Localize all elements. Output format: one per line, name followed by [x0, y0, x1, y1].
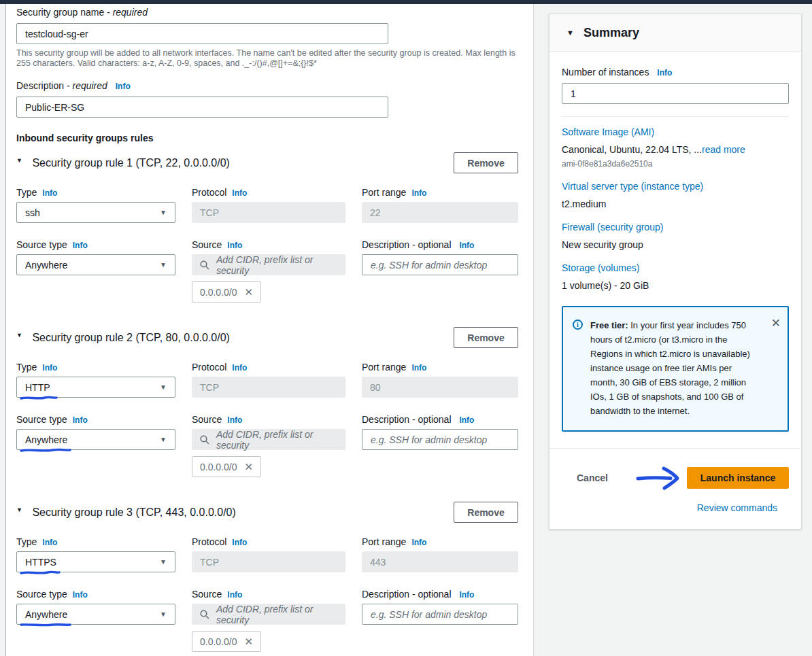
type-label: TypeInfo — [16, 187, 175, 198]
type-info-link[interactable]: Info — [42, 538, 57, 547]
rule-2-description-input[interactable]: e.g. SSH for admin desktop — [362, 429, 518, 450]
remove-cidr-icon[interactable]: ✕ — [245, 636, 254, 648]
chevron-down-icon: ▼ — [160, 209, 167, 216]
rule-2-source-type-select[interactable]: Anywhere ▼ — [16, 429, 175, 450]
launch-instance-button[interactable]: Launch instance — [687, 467, 789, 489]
source-type-label: Source typeInfo — [16, 414, 175, 425]
collapse-caret-icon[interactable]: ▼ — [16, 332, 22, 339]
rule-3-title[interactable]: ▼ Security group rule 3 (TCP, 443, 0.0.0… — [16, 506, 236, 519]
close-icon[interactable]: ✕ — [764, 318, 781, 418]
rule-3-description-input[interactable]: e.g. SSH for admin desktop — [362, 604, 518, 625]
source-type-info-link[interactable]: Info — [73, 241, 88, 250]
rule-1-source-type-select[interactable]: Anywhere ▼ — [16, 254, 175, 275]
port-range-info-link[interactable]: Info — [411, 363, 426, 373]
rule-2-source-type-value: Anywhere — [25, 434, 67, 445]
free-tier-text: Free tier: In your first year includes 7… — [590, 318, 764, 418]
firewall-link[interactable]: Firewall (security group) — [562, 222, 789, 232]
description-label-text: Description — [16, 80, 64, 91]
collapse-caret-icon[interactable]: ▼ — [566, 29, 574, 37]
instance-type-link[interactable]: Virtual server type (instance type) — [562, 181, 789, 192]
rule-3-port-field: 443 — [362, 551, 518, 572]
protocol-label: ProtocolInfo — [192, 362, 345, 373]
rule-1-description-input[interactable]: e.g. SSH for admin desktop — [362, 254, 518, 275]
rule-1-type-select[interactable]: ssh ▼ — [16, 202, 175, 223]
source-type-info-link[interactable]: Info — [73, 415, 88, 425]
remove-cidr-icon[interactable]: ✕ — [245, 286, 254, 298]
collapse-caret-icon[interactable]: ▼ — [16, 506, 22, 513]
security-group-name-input[interactable] — [16, 23, 388, 44]
info-icon: i — [573, 318, 590, 418]
source-label: SourceInfo — [192, 589, 345, 600]
type-info-link[interactable]: Info — [42, 188, 57, 198]
source-info-link[interactable]: Info — [227, 415, 242, 425]
port-range-label: Port rangeInfo — [362, 362, 518, 373]
rule-1-title-text: Security group rule 1 (TCP, 22, 0.0.0.0/… — [32, 157, 230, 169]
rule-3-source-type-select[interactable]: Anywhere ▼ — [16, 604, 175, 625]
summary-panel: ▼ Summary Number of instances Info Softw… — [549, 14, 802, 530]
description-input[interactable] — [16, 97, 388, 118]
rule-1-port-field: 22 — [362, 202, 518, 223]
rule-3-source-input[interactable]: Add CIDR, prefix list or security — [192, 604, 345, 625]
rule-2-protocol-field: TCP — [192, 377, 345, 398]
rule-3-type-value: HTTPS — [25, 557, 56, 568]
rule-description-label: Description - optional Info — [362, 414, 518, 425]
description-info-link[interactable]: Info — [116, 82, 131, 91]
rule-2-cidr-chip: 0.0.0.0/0 ✕ — [192, 456, 261, 477]
source-type-label: Source typeInfo — [16, 589, 175, 600]
rule-3-remove-button[interactable]: Remove — [454, 502, 518, 523]
source-info-link[interactable]: Info — [227, 590, 242, 600]
rule-3-description-placeholder: e.g. SSH for admin desktop — [371, 609, 487, 620]
free-tier-alert: i Free tier: In your first year includes… — [562, 306, 789, 432]
protocol-info-link[interactable]: Info — [232, 188, 247, 198]
review-commands-link[interactable]: Review commands — [697, 502, 777, 513]
required-suffix: - required — [107, 7, 148, 18]
summary-header[interactable]: ▼ Summary — [549, 14, 801, 52]
rule-1-remove-button[interactable]: Remove — [454, 152, 518, 173]
rule-description-info-link[interactable]: Info — [459, 415, 474, 425]
rule-1-source-input[interactable]: Add CIDR, prefix list or security — [192, 254, 345, 275]
source-type-info-link[interactable]: Info — [73, 590, 88, 600]
protocol-info-link[interactable]: Info — [232, 363, 247, 373]
summary-section-storage: Storage (volumes) 1 volume(s) - 20 GiB — [562, 262, 789, 291]
rule-description-label: Description - optional Info — [362, 239, 518, 250]
software-image-link[interactable]: Software Image (AMI) — [562, 126, 789, 137]
instance-type-value: t2.medium — [562, 198, 789, 209]
rule-2-source-input[interactable]: Add CIDR, prefix list or security — [192, 429, 345, 450]
search-icon — [200, 260, 209, 270]
rule-3-type-select[interactable]: HTTPS ▼ — [16, 551, 175, 572]
storage-value: 1 volume(s) - 20 GiB — [562, 280, 789, 291]
inbound-rules-heading: Inbound security groups rules — [16, 133, 518, 143]
ami-id: ami-0f8e81a3da6e2510a — [562, 159, 789, 169]
storage-link[interactable]: Storage (volumes) — [562, 262, 789, 273]
rule-description-info-link[interactable]: Info — [459, 590, 474, 600]
source-info-link[interactable]: Info — [227, 241, 242, 250]
rule-description-info-link[interactable]: Info — [459, 241, 474, 250]
remove-cidr-icon[interactable]: ✕ — [245, 461, 254, 473]
rule-1-title[interactable]: ▼ Security group rule 1 (TCP, 22, 0.0.0.… — [16, 157, 230, 169]
divider — [562, 116, 789, 117]
rule-2-title-text: Security group rule 2 (TCP, 80, 0.0.0.0/… — [32, 332, 230, 343]
rule-2-type-select[interactable]: HTTP ▼ — [16, 377, 175, 398]
firewall-value: New security group — [562, 239, 789, 250]
type-info-link[interactable]: Info — [42, 363, 57, 373]
port-range-info-link[interactable]: Info — [411, 538, 426, 547]
rule-2-title[interactable]: ▼ Security group rule 2 (TCP, 80, 0.0.0.… — [16, 332, 230, 344]
rule-2-type-value: HTTP — [25, 382, 50, 393]
cancel-button[interactable]: Cancel — [577, 472, 608, 483]
rule-2-port-field: 80 — [362, 377, 518, 398]
instances-info-link[interactable]: Info — [657, 68, 672, 77]
number-of-instances-input[interactable] — [562, 83, 789, 104]
protocol-label: ProtocolInfo — [192, 187, 345, 198]
rule-3-source-placeholder: Add CIDR, prefix list or security — [216, 604, 337, 625]
security-group-rule-1: ▼ Security group rule 1 (TCP, 22, 0.0.0.… — [16, 152, 518, 303]
chevron-down-icon: ▼ — [160, 436, 167, 443]
protocol-info-link[interactable]: Info — [232, 538, 247, 547]
read-more-link[interactable]: read more — [702, 144, 745, 155]
summary-section-ami: Software Image (AMI) Canonical, Ubuntu, … — [562, 126, 789, 169]
summary-title: Summary — [583, 26, 639, 40]
rule-2-remove-button[interactable]: Remove — [454, 327, 518, 348]
search-icon — [200, 610, 209, 619]
protocol-label: ProtocolInfo — [192, 536, 345, 547]
port-range-info-link[interactable]: Info — [411, 188, 426, 198]
collapse-caret-icon[interactable]: ▼ — [16, 157, 22, 164]
